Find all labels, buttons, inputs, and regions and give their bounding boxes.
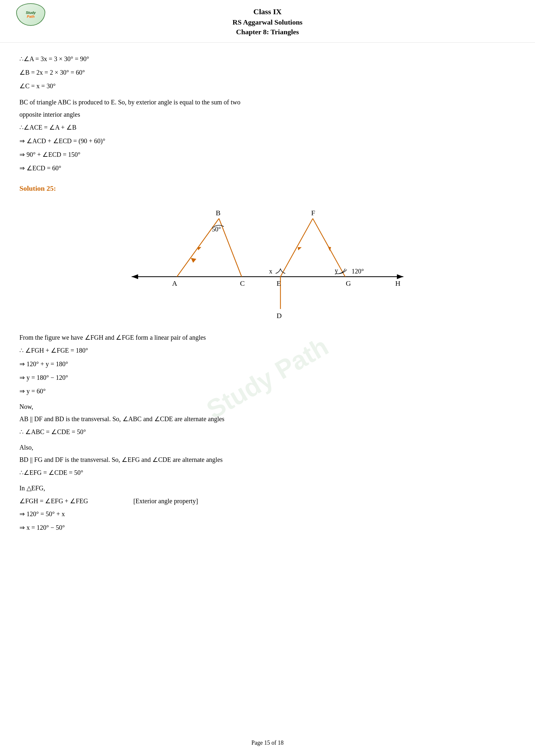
page-number: Page 15 of 18 — [251, 740, 283, 746]
math-line-9: ⇒ ∠ECD = 60° — [19, 162, 516, 175]
sol25-step4: ⇒ y = 60° — [19, 385, 516, 397]
label-D: D — [276, 311, 282, 320]
sol25-desc2: AB || DF and BD is the transversal. So, … — [19, 413, 516, 425]
label-50: 50° — [212, 226, 221, 233]
math-line-3: ∠C = x = 30° — [19, 79, 516, 93]
logo: Study Path — [13, 3, 48, 26]
math-line-1: ∴∠A = 3x = 3 × 30° = 90° — [19, 52, 516, 65]
geometry-diagram: A B 50° C E x y F G — [122, 199, 413, 322]
sol25-desc3: BD || FG and DF is the transversal. So, … — [19, 454, 516, 466]
logo-path: Path — [27, 14, 35, 18]
header-text: Class IX RS Aggarwal Solutions Chapter 8… — [233, 7, 302, 37]
svg-line-6 — [219, 219, 241, 277]
svg-line-8 — [280, 219, 313, 277]
sol25-now: Now, — [19, 401, 516, 413]
header-class: Class IX — [233, 7, 302, 17]
sol25-step3: ⇒ y = 180° − 120° — [19, 371, 516, 384]
label-G: G — [346, 279, 351, 287]
sol25-indelta: In △EFG, — [19, 482, 516, 494]
sol25-step7a: ∠FGH = ∠EFG + ∠FEG — [19, 495, 88, 507]
sol25-step2: ⇒ 120° + y = 180° — [19, 358, 516, 370]
header-solutions: RS Aggarwal Solutions — [233, 17, 302, 27]
label-x: x — [269, 268, 272, 275]
svg-marker-13 — [191, 258, 196, 263]
label-E: E — [276, 279, 281, 287]
label-C: C — [240, 279, 245, 287]
label-H: H — [395, 279, 401, 287]
sol25-step5: ∴ ∠ABC = ∠CDE = 50° — [19, 425, 516, 438]
label-A: A — [172, 279, 177, 287]
page-footer: Page 15 of 18 — [0, 740, 535, 746]
sol25-step9: ⇒ x = 120° − 50° — [19, 521, 516, 534]
label-F: F — [311, 209, 315, 217]
label-120: 120° — [352, 268, 364, 275]
logo-study: Study — [26, 11, 36, 14]
sol25-desc1: From the figure we have ∠FGH and ∠FGE fo… — [19, 332, 516, 343]
math-line-6: ∴∠ACE = ∠A + ∠B — [19, 121, 516, 134]
page-header: Study Path Class IX RS Aggarwal Solution… — [0, 0, 535, 43]
sol25-also: Also, — [19, 442, 516, 453]
sol25-step1: ∴ ∠FGH + ∠FGE = 180° — [19, 344, 516, 357]
main-content: ∴∠A = 3x = 3 × 30° = 90° ∠B = 2x = 2 × 3… — [0, 43, 535, 554]
label-B: B — [216, 209, 221, 217]
math-line-2: ∠B = 2x = 2 × 30° = 60° — [19, 66, 516, 79]
solution-25-heading: Solution 25: — [19, 184, 516, 193]
header-chapter: Chapter 8: Triangles — [233, 27, 302, 37]
sol25-step7b: [Exterior angle property] — [133, 495, 198, 507]
label-y: y — [335, 267, 338, 274]
logo-circle: Study Path — [16, 3, 45, 26]
math-line-8: ⇒ 90° + ∠ECD = 150° — [19, 148, 516, 161]
text-line-4: BC of triangle ABC is produced to E. So,… — [19, 96, 516, 108]
diagram-container: A B 50° C E x y F G — [19, 199, 516, 322]
text-line-5: opposite interior angles — [19, 109, 516, 120]
sol25-step6: ∴∠EFG = ∠CDE = 50° — [19, 466, 516, 479]
math-line-7: ⇒ ∠ACD + ∠ECD = (90 + 60)° — [19, 134, 516, 148]
sol25-step7-row: ∠FGH = ∠EFG + ∠FEG [Exterior angle prope… — [19, 495, 516, 507]
sol25-step8: ⇒ 120° = 50° + x — [19, 507, 516, 520]
